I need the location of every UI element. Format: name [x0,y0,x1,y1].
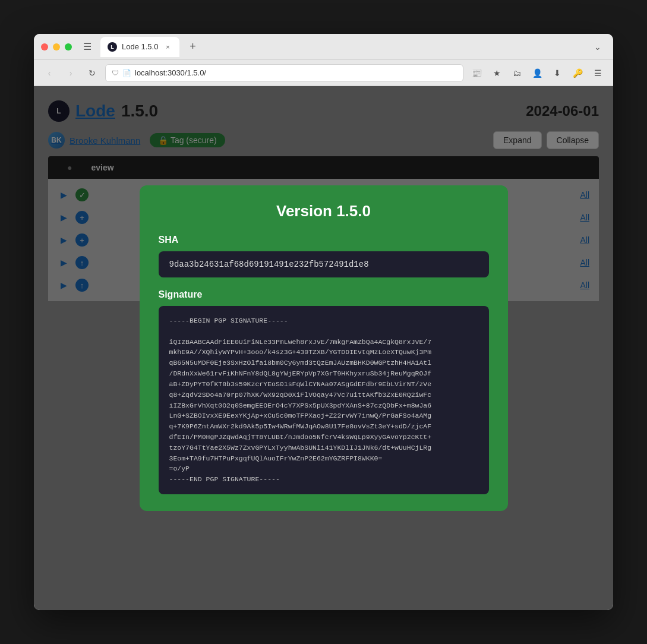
browser-window: ☰ L Lode 1.5.0 × + ⌄ ‹ › ↻ 🛡 📄 localhost… [34,34,613,610]
window-controls: ⌄ [589,39,606,55]
tab-close-button[interactable]: × [163,42,172,52]
url-text: localhost:3030/1.5.0/ [135,68,206,77]
forward-button[interactable]: › [62,65,79,81]
tab-title: Lode 1.5.0 [122,42,158,51]
bookmark-button[interactable]: ★ [488,65,505,81]
profile-button[interactable]: 👤 [529,65,545,81]
new-tab-button[interactable]: + [184,39,201,55]
nav-bar: ‹ › ↻ 🛡 📄 localhost:3030/1.5.0/ 📰 ★ 🗂 👤 … [34,60,613,86]
address-bar[interactable]: 🛡 📄 localhost:3030/1.5.0/ [105,64,463,82]
version-modal: Version 1.5.0 SHA 9daa3b24631af68d691914… [140,185,508,511]
menu-button[interactable]: ☰ [589,65,606,81]
nav-actions: 📰 ★ 🗂 👤 ⬇ 🔑 ☰ [468,65,606,81]
tab-favicon: L [108,42,117,52]
reader-view-button[interactable]: 📰 [468,65,485,81]
traffic-lights [41,43,72,50]
pocket-button[interactable]: 🗂 [509,65,525,81]
sha-label: SHA [159,235,489,245]
modal-title: Version 1.5.0 [159,202,489,220]
address-icon-doc: 📄 [122,69,131,77]
signature-value: -----BEGIN PGP SIGNATURE----- iQIzBAABCA… [159,306,489,494]
tab-bar: ☰ L Lode 1.5.0 × + [79,37,589,57]
title-bar: ☰ L Lode 1.5.0 × + ⌄ [34,34,613,60]
back-button[interactable]: ‹ [41,65,58,81]
modal-overlay[interactable]: Version 1.5.0 SHA 9daa3b24631af68d691914… [34,86,613,610]
sidebar-toggle-button[interactable]: ☰ [79,39,96,55]
reload-button[interactable]: ↻ [84,65,100,81]
maximize-window-button[interactable] [65,43,72,50]
browser-tab[interactable]: L Lode 1.5.0 × [100,37,179,57]
security-icon: 🛡 [112,69,119,77]
page-content: L Lode 1.5.0 2024-06-01 BK Brooke Kuhlma… [34,86,613,610]
browser-menu-button[interactable]: ⌄ [589,39,606,55]
signature-label: Signature [159,289,489,300]
close-window-button[interactable] [41,43,48,50]
extension-button[interactable]: 🔑 [569,65,586,81]
download-button[interactable]: ⬇ [549,65,566,81]
sha-value: 9daa3b24631af68d69191491e232fb572491d1e8 [159,251,489,277]
minimize-window-button[interactable] [53,43,60,50]
